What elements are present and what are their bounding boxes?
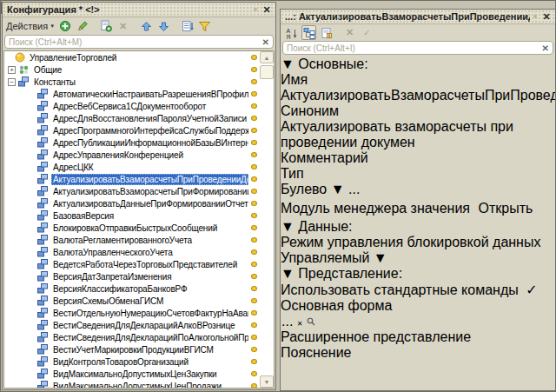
tree-item[interactable]: ВедетсяРаботаЧерезТорговыхПредставителей: [4, 258, 260, 270]
tree-item[interactable]: ВалютаРегламентированногоУчета: [4, 234, 260, 246]
constant-icon: [37, 174, 49, 184]
explanation-label: Пояснение: [281, 343, 351, 360]
cancel-edit-button[interactable]: ✕: [342, 25, 357, 40]
constant-icon: [37, 308, 49, 318]
dropdown-icon[interactable]: ▼: [331, 182, 345, 196]
tree-item[interactable]: АдресДляВосстановленияПароляУчетнойЗапис…: [4, 112, 260, 124]
close-icon[interactable]: ✕: [261, 4, 273, 16]
constant-icon: [37, 271, 49, 282]
expand-plus-icon[interactable]: +: [8, 66, 16, 74]
modified-marker-icon: [251, 103, 257, 109]
tree-item[interactable]: АдресВебСервиса1СДокументооборот: [4, 100, 260, 112]
constant-icon: [37, 332, 49, 342]
section-presentation[interactable]: ▼ Представление:: [281, 266, 555, 282]
actions-menu-button[interactable]: Действия ▼: [6, 19, 55, 34]
tree-item[interactable]: +Общие: [4, 63, 260, 76]
delete-button[interactable]: ✕: [116, 19, 130, 34]
modified-marker-icon: [251, 249, 257, 255]
dropdown-icon[interactable]: ▼: [374, 250, 387, 265]
collapse-triangle-icon[interactable]: ▼: [281, 266, 295, 281]
tree-item[interactable]: АвтоматическиНастраиватьРазрешенияВПрофи…: [4, 88, 260, 100]
properties-titlebar[interactable]: ...: АктуализироватьВзаморасчетыПриПрове…: [281, 10, 555, 24]
tree-item[interactable]: ВестиСведенияДляДекларацийАлкоВРознице: [4, 319, 260, 331]
tree-search-input[interactable]: Поиск (Ctrl+Alt+M) ✕: [4, 35, 274, 49]
tree-item[interactable]: ВестиУчетМаркировкиПродукцииВГИСМ: [4, 343, 260, 355]
tree-item[interactable]: БазоваяВерсия: [4, 209, 260, 222]
modified-marker-icon: [251, 79, 257, 84]
constant-icon: [37, 247, 49, 257]
show-important-button[interactable]: [319, 25, 334, 40]
scroll-thumb[interactable]: [260, 65, 274, 79]
add-button[interactable]: [57, 19, 72, 34]
type-field[interactable]: Булево ▼ ...: [281, 182, 555, 197]
clear-form-icon[interactable]: ✕: [297, 320, 303, 328]
tree-item-label: ВалютаУправленческогоУчета: [51, 247, 248, 258]
modified-marker-icon: [251, 274, 257, 279]
apply-button[interactable]: ✓: [360, 25, 374, 40]
collapse-triangle-icon[interactable]: ▼: [281, 56, 295, 71]
move-down-button[interactable]: [156, 19, 171, 34]
tree-item[interactable]: АктуализироватьВзаморасчетыПриПроведении…: [4, 173, 260, 185]
tree-item[interactable]: −Константы: [4, 76, 260, 88]
tree-item[interactable]: ВерсияКлассификатораБанковРФ: [4, 282, 260, 295]
tree-item[interactable]: АдресЦКК: [4, 161, 260, 173]
sort-list-button[interactable]: [180, 19, 195, 34]
tree-item[interactable]: ВидКонтроляТоваровОрганизаций: [4, 355, 260, 368]
standard-commands-checkbox[interactable]: ✓: [526, 282, 537, 297]
synonym-field[interactable]: Актуализировать взаморасчеты при проведе…: [281, 119, 555, 150]
section-main[interactable]: ▼ Основные:: [281, 56, 555, 72]
copy-document-icon: [100, 20, 112, 32]
collapse-triangle-icon[interactable]: ▼: [281, 219, 295, 234]
open-module-link[interactable]: Открыть: [478, 201, 533, 216]
tree-scrollbar[interactable]: ▲ ▼: [260, 51, 274, 388]
tree-item[interactable]: АдресПубликацииИнформационнойБазыВИнтерн…: [4, 136, 260, 149]
modified-marker-icon: [251, 128, 257, 133]
comment-row: Комментарий: [281, 150, 555, 166]
tree-item[interactable]: ВерсияДатЗапретаИзменения: [4, 270, 260, 282]
move-up-button[interactable]: [139, 19, 154, 34]
open-form-button[interactable]: [307, 314, 315, 329]
group-by-categories-button[interactable]: [301, 25, 316, 40]
value-manager-module-row: Модуль менеджера значения Открыть: [281, 201, 555, 216]
filter-button[interactable]: [197, 19, 212, 34]
tree-item-label: ВестиУчетМаркировкиПродукцииВГИСМ: [51, 344, 248, 355]
tree-item[interactable]: АдресУправленияКонференцией: [4, 149, 260, 161]
lock-mode-field[interactable]: Управляемый ▼: [281, 250, 555, 266]
name-field[interactable]: АктуализироватьВзаморасчетыПриПроведении…: [281, 88, 555, 103]
copy-button[interactable]: [98, 19, 113, 34]
tree-item[interactable]: ВестиСведенияДляДекларацийПоАлкогольнойП…: [4, 331, 260, 343]
modified-marker-icon: [251, 383, 257, 388]
collapse-minus-icon[interactable]: −: [8, 78, 16, 86]
tree-item[interactable]: ВидМаксимальноДопустимыхЦенПродажи: [4, 380, 260, 388]
tree-item-label: ВестиСведенияДляДекларацийПоАлкогольнойП…: [51, 332, 248, 343]
tree-item[interactable]: ВидМаксимальноДопустимыхЦенЗакупки: [4, 368, 260, 380]
tree-item[interactable]: АктуализироватьВзаморасчетыПриФормирован…: [4, 185, 260, 197]
tree-item[interactable]: АктуализироватьДанныеПриФормированииОтче…: [4, 197, 260, 209]
scroll-down-icon[interactable]: ▼: [260, 375, 274, 388]
scroll-up-icon[interactable]: ▲: [260, 51, 274, 63]
close-icon[interactable]: ✕: [540, 11, 553, 23]
properties-title: ...: АктуализироватьВзаморасчетыПриПрове…: [285, 11, 530, 22]
tree-item[interactable]: АдресПрограммногоИнтерфейсаСлужбыПоддерж…: [4, 124, 260, 136]
modified-marker-icon: [251, 201, 257, 206]
section-data[interactable]: ▼ Данные:: [281, 219, 555, 235]
constant-icon: [37, 149, 49, 160]
tree-item-label: АктуализироватьДанныеПриФормированииОтче…: [51, 198, 248, 209]
search-clear-icon[interactable]: ✕: [262, 37, 269, 47]
tree-item-label: АктуализироватьВзаморасчетыПриФормирован…: [51, 186, 248, 197]
tree-item-label: ВестиСведенияДляДекларацийАлкоВРознице: [51, 320, 248, 331]
sort-alphabetical-button[interactable]: АЯ: [284, 25, 299, 40]
explanation-textarea[interactable]: [281, 361, 555, 392]
tree-item-label: АдресЦКК: [51, 162, 248, 173]
tree-item[interactable]: ВалютаУправленческогоУчета: [4, 246, 260, 258]
choose-type-button[interactable]: ...: [348, 182, 360, 196]
tree-item[interactable]: ВестиОтдельнуюНумерациюСчетовФактурНаАва…: [4, 307, 260, 319]
tree-item[interactable]: ВерсияСхемыОбменаГИСМ: [4, 295, 260, 307]
choose-form-button[interactable]: ...: [281, 314, 293, 329]
edit-button[interactable]: [75, 19, 89, 34]
search-clear-icon[interactable]: ✕: [542, 43, 549, 53]
tree-item[interactable]: УправлениеТорговлей: [4, 51, 260, 63]
configuration-titlebar[interactable]: Конфигурация * <!> ✕: [3, 3, 275, 17]
properties-search-input[interactable]: Поиск (Ctrl+Alt+I) ✕: [282, 41, 553, 55]
tree-item[interactable]: БлокировкаОтправкиБыстрыхСообщений: [4, 222, 260, 234]
